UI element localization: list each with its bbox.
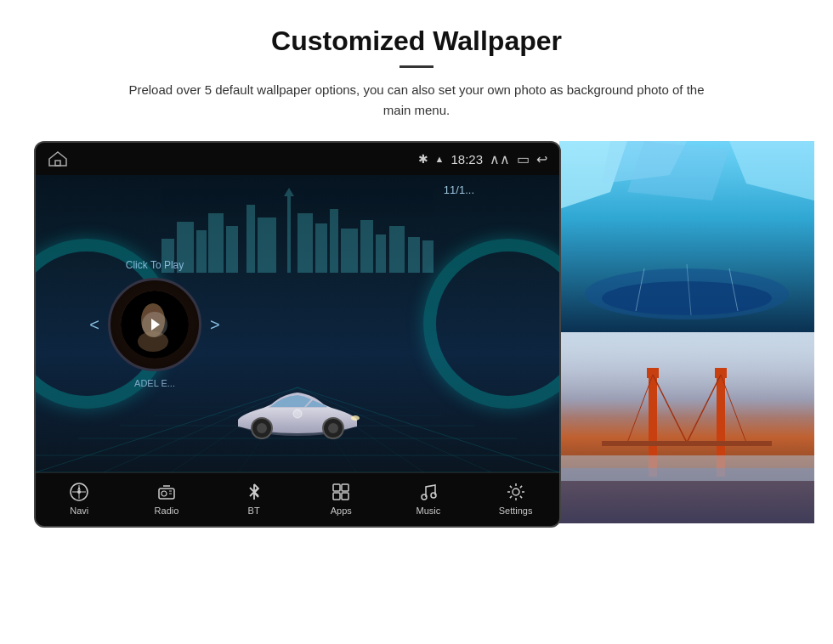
bridge-scene-svg [559,332,814,523]
svg-point-44 [293,410,302,418]
svg-marker-0 [49,152,66,166]
album-art-wrapper: < [89,278,219,371]
nav-item-music[interactable]: Music [399,482,458,516]
svg-rect-33 [422,240,434,273]
settings-label: Settings [499,506,533,516]
nav-item-settings[interactable]: Settings [486,482,546,516]
bluetooth-icon: ✱ [418,152,428,166]
screen-mockup: ✱ ▲ 18:23 ∧∧ ▭ ↩ [34,141,561,528]
ice-scene-svg [559,141,814,332]
page-title: Customized Wallpaper [34,25,799,57]
nav-item-radio[interactable]: Radio [137,482,196,516]
navi-icon [69,482,89,502]
album-label: ADEL E... [134,378,175,388]
svg-rect-31 [389,226,405,273]
svg-rect-27 [330,209,338,273]
svg-rect-69 [559,332,814,417]
nav-item-bt[interactable]: BT [224,482,284,516]
signal-icon: ▲ [435,154,445,164]
music-player: Click To Play < [53,175,257,472]
content-area: ✱ ▲ 18:23 ∧∧ ▭ ↩ [34,141,799,528]
radio-label: Radio [155,506,179,516]
screen-content: 11/1... Click To Play < [36,175,559,472]
svg-rect-73 [715,368,727,378]
svg-rect-28 [341,229,358,273]
side-thumbnails [559,141,814,523]
svg-rect-52 [342,484,348,491]
window-icon: ▭ [517,151,530,167]
svg-rect-25 [298,213,313,273]
music-label: Music [416,506,441,516]
music-icon [418,482,439,502]
apps-label: Apps [331,506,352,516]
svg-marker-62 [627,141,729,201]
play-icon [151,319,160,330]
settings-icon [506,482,526,502]
svg-rect-72 [647,368,659,378]
back-icon: ↩ [536,151,547,167]
svg-rect-80 [559,455,814,481]
navi-label: Navi [70,506,88,516]
status-left [48,150,68,167]
svg-point-48 [162,491,167,496]
nav-item-navi[interactable]: Navi [49,482,109,516]
nav-item-apps[interactable]: Apps [311,482,371,516]
title-divider [400,65,434,68]
date-display: 11/1... [444,184,474,196]
car-section [230,376,366,447]
bt-label: BT [248,506,260,516]
home-icon [48,150,68,167]
wallpaper-thumb-1[interactable] [559,141,814,332]
status-bar: ✱ ▲ 18:23 ∧∧ ▭ ↩ [36,143,559,175]
wallpaper-thumb-2[interactable] [559,332,814,523]
svg-point-64 [602,281,772,315]
svg-rect-54 [342,493,348,500]
title-section: Customized Wallpaper Preload over 5 defa… [34,25,799,121]
svg-rect-78 [602,441,772,446]
svg-rect-1 [55,161,60,166]
apps-icon [331,482,351,502]
svg-point-57 [513,489,519,495]
svg-point-46 [77,490,81,494]
svg-point-43 [351,415,360,421]
nav-bar: Navi Radio BT [36,472,559,526]
svg-point-40 [257,423,267,433]
svg-rect-51 [333,484,340,491]
svg-rect-30 [376,234,386,273]
svg-rect-26 [315,223,327,273]
svg-point-42 [328,423,338,433]
svg-marker-24 [284,188,294,196]
page-container: Customized Wallpaper Preload over 5 defa… [0,0,833,545]
click-to-play-label: Click To Play [126,259,184,271]
time-display: 18:23 [450,152,483,167]
car-icon [230,376,366,443]
next-button[interactable]: > [210,315,220,335]
status-right: ✱ ▲ 18:23 ∧∧ ▭ ↩ [418,151,547,167]
expand-icon: ∧∧ [490,151,510,167]
play-button[interactable] [142,312,167,337]
svg-rect-53 [333,493,340,500]
bt-icon [244,482,264,502]
svg-rect-32 [408,237,420,273]
prev-button[interactable]: < [89,315,99,335]
album-art [108,278,201,371]
radio-icon [156,482,177,502]
svg-rect-23 [287,192,291,273]
svg-rect-22 [258,217,276,273]
svg-rect-29 [360,220,373,273]
page-subtitle: Preload over 5 default wallpaper options… [119,80,714,121]
